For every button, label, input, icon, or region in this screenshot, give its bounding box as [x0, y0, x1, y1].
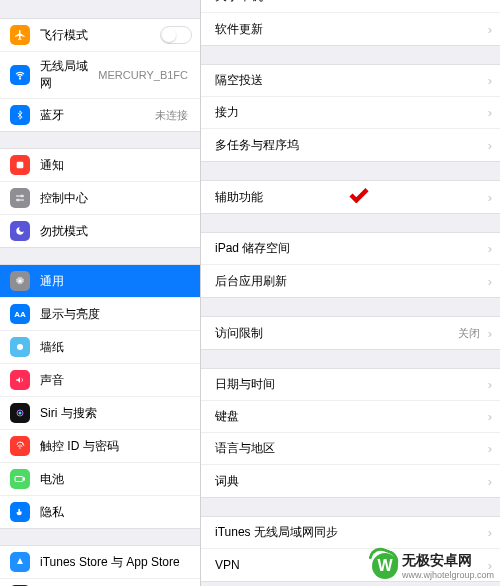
row-label: 多任务与程序坞 — [215, 137, 484, 154]
sidebar-bluetooth[interactable]: 蓝牙 未连接 — [0, 99, 200, 131]
sidebar-item-label: 通知 — [40, 157, 192, 174]
display-icon: AA — [10, 304, 30, 324]
chevron-right-icon: › — [488, 326, 492, 341]
sidebar-control-center[interactable]: 控制中心 — [0, 182, 200, 215]
background-refresh-row[interactable]: 后台应用刷新 › — [201, 265, 500, 297]
sidebar-item-label: 声音 — [40, 372, 192, 389]
sidebar-itunes-appstore[interactable]: iTunes Store 与 App Store — [0, 546, 200, 579]
svg-point-2 — [21, 195, 23, 197]
sidebar-item-label: Siri 与搜索 — [40, 405, 192, 422]
notification-icon — [10, 155, 30, 175]
sidebar-item-label: 触控 ID 与密码 — [40, 438, 192, 455]
row-label: 访问限制 — [215, 325, 458, 342]
row-label: 关于本机 — [215, 0, 484, 5]
airplane-toggle[interactable] — [160, 26, 192, 44]
sidebar-notifications[interactable]: 通知 — [0, 149, 200, 182]
chevron-right-icon: › — [488, 138, 492, 153]
svg-rect-1 — [17, 162, 24, 169]
fingerprint-icon — [10, 436, 30, 456]
sidebar-item-label: 隐私 — [40, 504, 192, 521]
chevron-right-icon: › — [488, 409, 492, 424]
row-label: 词典 — [215, 473, 484, 490]
handoff-row[interactable]: 接力 › — [201, 97, 500, 129]
bluetooth-icon — [10, 105, 30, 125]
control-center-icon — [10, 188, 30, 208]
itunes-wifi-sync-row[interactable]: iTunes 无线局域网同步 › — [201, 517, 500, 549]
about-row[interactable]: 关于本机 › — [201, 0, 500, 13]
sidebar-group: 通知 控制中心 勿扰模式 — [0, 148, 200, 248]
sidebar-siri[interactable]: Siri 与搜索 — [0, 397, 200, 430]
sidebar-privacy[interactable]: 隐私 — [0, 496, 200, 528]
moon-icon — [10, 221, 30, 241]
main-group: 日期与时间 › 键盘 › 语言与地区 › 词典 › — [201, 368, 500, 498]
main-group: 隔空投送 › 接力 › 多任务与程序坞 › — [201, 64, 500, 162]
chevron-right-icon: › — [488, 525, 492, 540]
sidebar-item-label: 无线局域网 — [40, 58, 98, 92]
sidebar-group: 通用 AA 显示与亮度 墙纸 声音 Siri 与搜索 — [0, 264, 200, 529]
main-group: iPad 储存空间 › 后台应用刷新 › — [201, 232, 500, 298]
svg-point-3 — [17, 199, 19, 201]
row-label: 后台应用刷新 — [215, 273, 484, 290]
gear-icon — [10, 271, 30, 291]
sidebar-general[interactable]: 通用 — [0, 265, 200, 298]
row-label: 接力 — [215, 104, 484, 121]
main-group: 辅助功能 › — [201, 180, 500, 214]
sidebar-item-label: 飞行模式 — [40, 27, 160, 44]
date-time-row[interactable]: 日期与时间 › — [201, 369, 500, 401]
svg-point-5 — [17, 344, 23, 350]
chevron-right-icon: › — [488, 274, 492, 289]
bt-detail: 未连接 — [155, 108, 188, 123]
settings-sidebar: 飞行模式 无线局域网 MERCURY_B1FC 蓝牙 未连接 通知 — [0, 0, 200, 586]
svg-point-0 — [20, 78, 21, 79]
row-label: 隔空投送 — [215, 72, 484, 89]
appstore-icon — [10, 552, 30, 572]
accessibility-row[interactable]: 辅助功能 › — [201, 181, 500, 213]
main-group: 访问限制 关闭 › — [201, 316, 500, 350]
chevron-right-icon: › — [488, 441, 492, 456]
chevron-right-icon: › — [488, 377, 492, 392]
restrictions-row[interactable]: 访问限制 关闭 › — [201, 317, 500, 349]
chevron-right-icon: › — [488, 241, 492, 256]
sidebar-item-label: iTunes Store 与 App Store — [40, 554, 192, 571]
language-region-row[interactable]: 语言与地区 › — [201, 433, 500, 465]
general-settings-main: 关于本机 › 软件更新 › 隔空投送 › 接力 › 多任务与程序坞 › 辅助功能… — [200, 0, 500, 586]
main-group: 关于本机 › 软件更新 › — [201, 0, 500, 46]
sidebar-wallet[interactable]: 钱包与 Apple Pay — [0, 579, 200, 586]
keyboard-row[interactable]: 键盘 › — [201, 401, 500, 433]
watermark-icon: W — [372, 553, 398, 579]
chevron-right-icon: › — [488, 0, 492, 4]
multitasking-row[interactable]: 多任务与程序坞 › — [201, 129, 500, 161]
chevron-right-icon: › — [488, 190, 492, 205]
sidebar-sounds[interactable]: 声音 — [0, 364, 200, 397]
row-label: 日期与时间 — [215, 376, 484, 393]
sidebar-item-label: 蓝牙 — [40, 107, 155, 124]
chevron-right-icon: › — [488, 73, 492, 88]
row-label: 键盘 — [215, 408, 484, 425]
sidebar-touchid[interactable]: 触控 ID 与密码 — [0, 430, 200, 463]
battery-icon — [10, 469, 30, 489]
row-label: iTunes 无线局域网同步 — [215, 524, 484, 541]
watermark: W 无极安卓网 www.wjhotelgroup.com — [372, 552, 494, 580]
dictionary-row[interactable]: 词典 › — [201, 465, 500, 497]
restrictions-detail: 关闭 — [458, 326, 480, 341]
wallpaper-icon — [10, 337, 30, 357]
svg-rect-8 — [15, 477, 23, 482]
sidebar-wifi[interactable]: 无线局域网 MERCURY_B1FC — [0, 52, 200, 99]
sidebar-display[interactable]: AA 显示与亮度 — [0, 298, 200, 331]
wifi-detail: MERCURY_B1FC — [98, 69, 188, 81]
sidebar-item-label: 控制中心 — [40, 190, 192, 207]
sidebar-wallpaper[interactable]: 墙纸 — [0, 331, 200, 364]
chevron-right-icon: › — [488, 474, 492, 489]
hand-icon — [10, 502, 30, 522]
sidebar-group: iTunes Store 与 App Store 钱包与 Apple Pay — [0, 545, 200, 586]
row-label: iPad 储存空间 — [215, 240, 484, 257]
wifi-icon — [10, 65, 30, 85]
sidebar-battery[interactable]: 电池 — [0, 463, 200, 496]
chevron-right-icon: › — [488, 22, 492, 37]
software-update-row[interactable]: 软件更新 › — [201, 13, 500, 45]
airdrop-row[interactable]: 隔空投送 › — [201, 65, 500, 97]
sidebar-item-label: 显示与亮度 — [40, 306, 192, 323]
storage-row[interactable]: iPad 储存空间 › — [201, 233, 500, 265]
sidebar-dnd[interactable]: 勿扰模式 — [0, 215, 200, 247]
sidebar-airplane-mode[interactable]: 飞行模式 — [0, 19, 200, 52]
